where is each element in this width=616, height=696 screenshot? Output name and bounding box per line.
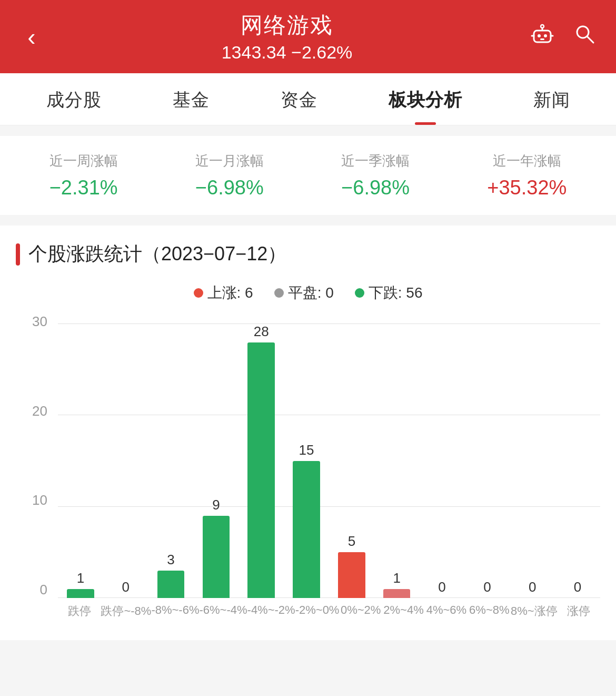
x-label-9: 6%~8%	[468, 598, 511, 640]
bar-group-1: 0	[103, 324, 148, 598]
back-button[interactable]: ‹	[16, 23, 47, 51]
bar-7: 1	[383, 589, 410, 598]
section-title: 个股涨跌统计（2023−07−12）	[16, 241, 600, 267]
svg-point-5	[541, 25, 544, 28]
chart-legend: 上涨: 6 平盘: 0 下跌: 56	[16, 283, 600, 303]
bar-label-5: 15	[299, 442, 314, 458]
title-bar-icon	[16, 243, 20, 266]
bar-group-5: 15	[284, 324, 329, 598]
bar-label-10: 0	[529, 579, 536, 595]
header: ‹ 网络游戏 1343.34 −2.62%	[0, 0, 616, 73]
stat-quarter-label: 近一季涨幅	[341, 152, 410, 170]
bar-label-6: 5	[348, 533, 355, 550]
x-label-8: 4%~6%	[425, 598, 468, 640]
stat-year-label: 近一年涨幅	[487, 152, 567, 170]
stat-week: 近一周涨幅 −2.31%	[49, 152, 118, 199]
bar-6: 5	[338, 552, 365, 598]
bar-label-7: 1	[393, 570, 400, 586]
bar-4: 28	[247, 342, 274, 598]
bar-group-10: 0	[510, 324, 555, 598]
x-label-6: 0%~2%	[339, 598, 382, 640]
bar-3: 9	[203, 516, 230, 598]
x-label-0: 跌停	[58, 598, 101, 640]
stat-month-label: 近一月涨幅	[195, 152, 264, 170]
bar-group-2: 3	[148, 324, 194, 598]
tab-bankuai[interactable]: 板块分析	[378, 73, 473, 125]
bar-label-8: 0	[438, 579, 445, 595]
robot-icon[interactable]	[526, 21, 558, 52]
legend-up-dot	[194, 288, 203, 298]
stat-year: 近一年涨幅 +35.32%	[487, 152, 567, 199]
x-label-5: -2%~0%	[295, 598, 340, 640]
stat-quarter: 近一季涨幅 −6.98%	[341, 152, 410, 199]
svg-rect-0	[534, 31, 551, 42]
bar-label-2: 3	[167, 552, 174, 568]
y-label-30: 30	[16, 313, 53, 330]
x-label-11: 涨停	[558, 598, 600, 640]
section-title-text: 个股涨跌统计（2023−07−12）	[28, 241, 286, 267]
bar-group-0: 1	[58, 324, 103, 598]
bar-5: 15	[293, 461, 320, 598]
stock-stats-section: 个股涨跌统计（2023−07−12） 上涨: 6 平盘: 0 下跌: 56 30…	[0, 226, 616, 640]
bar-label-11: 0	[574, 579, 581, 595]
bar-group-4: 28	[239, 324, 284, 598]
chart-inner: 10392815510000	[58, 324, 600, 598]
legend-down-dot	[355, 288, 364, 298]
bar-group-9: 0	[464, 324, 510, 598]
bar-group-3: 9	[193, 324, 239, 598]
svg-rect-3	[540, 38, 544, 40]
bar-label-3: 9	[212, 497, 220, 513]
header-center: 网络游戏 1343.34 −2.62%	[47, 11, 526, 63]
bar-group-7: 1	[374, 324, 420, 598]
svg-point-2	[544, 34, 547, 37]
header-actions	[526, 21, 600, 52]
svg-point-1	[538, 34, 541, 37]
x-axis: 跌停跌停~-8%-8%~-6%-6%~-4%-4%~-2%-2%~0%0%~2%…	[58, 598, 600, 640]
y-axis: 3020100	[16, 313, 53, 598]
bar-group-6: 5	[329, 324, 374, 598]
bar-label-4: 28	[254, 324, 269, 340]
y-label-20: 20	[16, 403, 53, 419]
bar-2: 3	[157, 571, 184, 598]
stats-row: 近一周涨幅 −2.31% 近一月涨幅 −6.98% 近一季涨幅 −6.98% 近…	[0, 136, 616, 215]
tab-xinwen[interactable]: 新闻	[523, 73, 581, 125]
bar-0: 1	[67, 589, 94, 598]
bar-label-9: 0	[483, 579, 491, 595]
bar-label-0: 1	[77, 570, 84, 586]
y-label-0: 0	[16, 582, 53, 598]
stat-month-value: −6.98%	[195, 177, 264, 199]
search-icon[interactable]	[569, 22, 600, 52]
page-title: 网络游戏	[47, 11, 526, 40]
page-subtitle: 1343.34 −2.62%	[47, 42, 526, 63]
x-label-2: -8%~-6%	[151, 598, 199, 640]
stat-week-label: 近一周涨幅	[49, 152, 118, 170]
tab-zijin[interactable]: 资金	[270, 73, 328, 125]
legend-up: 上涨: 6	[194, 283, 253, 303]
stat-year-value: +35.32%	[487, 177, 567, 199]
bar-chart: 3020100 10392815510000 跌停跌停~-8%-8%~-6%-6…	[16, 313, 600, 640]
bars-area: 10392815510000	[58, 324, 600, 598]
tab-chenfen[interactable]: 成分股	[36, 73, 112, 125]
y-label-10: 10	[16, 492, 53, 508]
stat-quarter-value: −6.98%	[341, 177, 410, 199]
legend-down-label: 下跌: 56	[369, 283, 423, 303]
legend-flat-label: 平盘: 0	[288, 283, 334, 303]
legend-flat-dot	[274, 288, 284, 298]
x-label-7: 2%~4%	[382, 598, 425, 640]
bar-label-1: 0	[122, 579, 130, 595]
stat-month: 近一月涨幅 −6.98%	[195, 152, 264, 199]
bar-group-11: 0	[555, 324, 600, 598]
bar-group-8: 0	[420, 324, 465, 598]
legend-flat: 平盘: 0	[274, 283, 334, 303]
tab-jijin[interactable]: 基金	[162, 73, 220, 125]
legend-down: 下跌: 56	[355, 283, 423, 303]
nav-tabs: 成分股 基金 资金 板块分析 新闻	[0, 73, 616, 125]
x-label-3: -6%~-4%	[199, 598, 247, 640]
x-label-1: 跌停~-8%	[101, 598, 151, 640]
svg-line-9	[587, 36, 593, 43]
x-label-4: -4%~-2%	[247, 598, 295, 640]
x-label-10: 8%~涨停	[511, 598, 558, 640]
stat-week-value: −2.31%	[49, 177, 118, 199]
legend-up-label: 上涨: 6	[207, 283, 253, 303]
